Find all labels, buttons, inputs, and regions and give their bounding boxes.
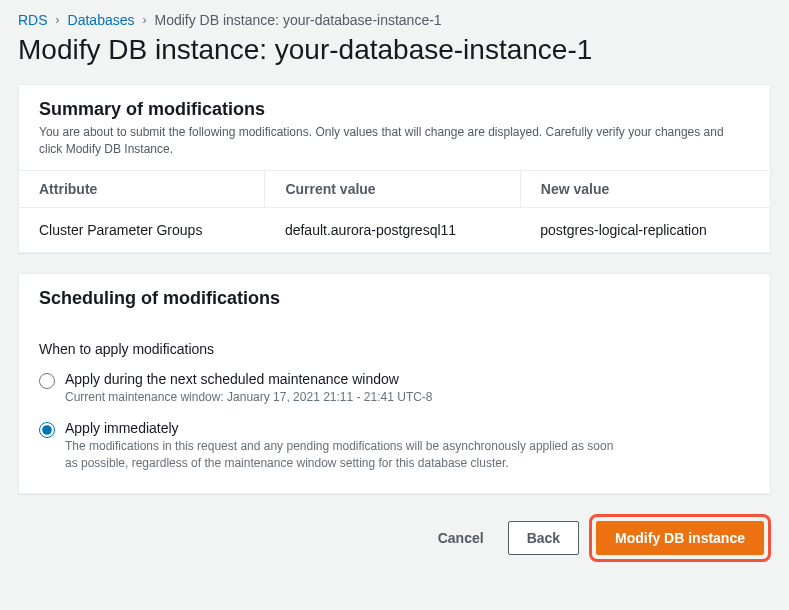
- apply-maintenance-label: Apply during the next scheduled maintena…: [65, 371, 433, 387]
- apply-immediately-hint: The modifications in this request and an…: [65, 438, 625, 473]
- summary-panel: Summary of modifications You are about t…: [18, 84, 771, 253]
- page-title: Modify DB instance: your-database-instan…: [18, 34, 771, 66]
- modifications-table: Attribute Current value New value Cluste…: [19, 170, 770, 252]
- back-button[interactable]: Back: [508, 521, 579, 555]
- cancel-button[interactable]: Cancel: [424, 522, 498, 554]
- scheduling-heading: Scheduling of modifications: [39, 288, 750, 309]
- apply-immediately-radio[interactable]: [39, 422, 55, 438]
- col-new: New value: [520, 170, 770, 207]
- apply-maintenance-radio[interactable]: [39, 373, 55, 389]
- when-to-apply-label: When to apply modifications: [39, 341, 750, 357]
- chevron-right-icon: ›: [56, 13, 60, 27]
- modify-db-instance-button[interactable]: Modify DB instance: [596, 521, 764, 555]
- col-current: Current value: [265, 170, 520, 207]
- chevron-right-icon: ›: [143, 13, 147, 27]
- breadcrumb-databases[interactable]: Databases: [68, 12, 135, 28]
- summary-description: You are about to submit the following mo…: [39, 124, 750, 158]
- cell-attribute: Cluster Parameter Groups: [19, 207, 265, 252]
- apply-immediately-option[interactable]: Apply immediately The modifications in t…: [39, 420, 750, 473]
- highlight-box: Modify DB instance: [589, 514, 771, 562]
- cell-new: postgres-logical-replication: [520, 207, 770, 252]
- table-row: Cluster Parameter Groups default.aurora-…: [19, 207, 770, 252]
- breadcrumb-current: Modify DB instance: your-database-instan…: [155, 12, 442, 28]
- breadcrumb-rds[interactable]: RDS: [18, 12, 48, 28]
- apply-maintenance-option[interactable]: Apply during the next scheduled maintena…: [39, 371, 750, 406]
- col-attribute: Attribute: [19, 170, 265, 207]
- scheduling-panel: Scheduling of modifications When to appl…: [18, 273, 771, 494]
- action-row: Cancel Back Modify DB instance: [18, 514, 771, 562]
- cell-current: default.aurora-postgresql11: [265, 207, 520, 252]
- apply-immediately-label: Apply immediately: [65, 420, 625, 436]
- summary-heading: Summary of modifications: [39, 99, 750, 120]
- apply-maintenance-hint: Current maintenance window: January 17, …: [65, 389, 433, 406]
- breadcrumb: RDS › Databases › Modify DB instance: yo…: [18, 12, 771, 28]
